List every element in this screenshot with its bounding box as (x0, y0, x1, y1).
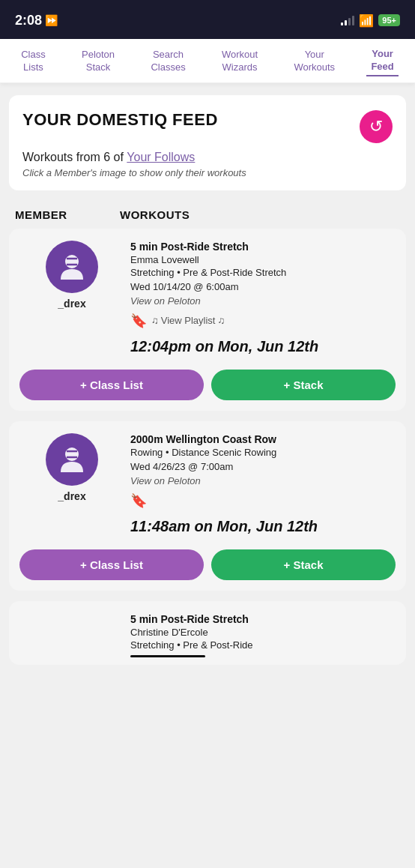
member-name-0: _drex (58, 298, 85, 310)
tab-search-classes[interactable]: Search Classes (146, 47, 190, 76)
svg-point-0 (65, 255, 79, 268)
avatar-icon-1 (53, 441, 91, 478)
workout-card-0: _drex 5 min Post-Ride Stretch Emma Lovew… (9, 229, 406, 411)
member-name-1: _drex (58, 490, 85, 502)
workout-col-1: 2000m Wellington Coast Row Rowing • Dist… (130, 433, 396, 536)
time-display: 2:08 (15, 13, 42, 28)
signal-bar-4 (352, 16, 354, 25)
col-header-member: MEMBER (15, 208, 120, 221)
member-avatar-1[interactable] (46, 433, 98, 486)
workout-date-0: Wed 10/14/20 @ 6:00am (130, 281, 396, 292)
member-col-0: _drex (19, 241, 124, 356)
workout-card-1: _drex 2000m Wellington Coast Row Rowing … (9, 421, 406, 591)
completed-time-1: 11:48am on Mon, Jun 12th (130, 516, 396, 536)
partial-divider (130, 655, 205, 657)
workout-type-1: Rowing • Distance Scenic Rowing (130, 447, 396, 458)
click-hint: Click a Member's image to show only thei… (22, 167, 393, 178)
card-footer-1: + Class List + Stack (9, 543, 406, 591)
tab-peloton-stack[interactable]: Peloton Stack (77, 47, 119, 76)
add-class-list-button-1[interactable]: + Class List (19, 549, 204, 580)
tab-class-lists[interactable]: Class Lists (16, 47, 50, 76)
tab-your-workouts[interactable]: Your Workouts (289, 47, 339, 76)
col-header-workouts: WORKOUTS (120, 208, 400, 221)
workout-type-2: Stretching • Pre & Post-Ride (130, 639, 396, 651)
refresh-icon: ↺ (369, 117, 383, 136)
music-note-right-icon: ♫ (217, 315, 225, 326)
music-note-left-icon: ♫ (151, 315, 159, 326)
member-col-2 (19, 613, 124, 657)
svg-point-3 (65, 447, 79, 461)
playlist-link-0[interactable]: ♫ View Playlist ♫ (151, 315, 225, 326)
signal-bar-3 (348, 18, 351, 25)
workout-date-1: Wed 4/26/23 @ 7:00am (130, 461, 396, 472)
workout-col-0: 5 min Post-Ride Stretch Emma Lovewell St… (130, 241, 396, 356)
follows-prefix: Workouts from 6 of (22, 151, 127, 163)
signal-bars (341, 15, 354, 25)
location-icon: ⏩ (45, 14, 58, 26)
workout-col-2: 5 min Post-Ride Stretch Christine D'Erco… (130, 613, 396, 657)
workout-instructor-2: Christine D'Ercole (130, 627, 396, 638)
follows-link[interactable]: Your Follows (127, 151, 195, 163)
nav-tabs: Class Lists Peloton Stack Search Classes… (0, 39, 415, 83)
workout-instructor-0: Emma Lovewell (130, 254, 396, 265)
workout-card-2-partial: 5 min Post-Ride Stretch Christine D'Erco… (9, 601, 406, 665)
wifi-icon: 📶 (359, 13, 374, 28)
workout-title-2: 5 min Post-Ride Stretch (130, 613, 396, 625)
page-header: YOUR DOMESTIQ FEED ↺ Workouts from 6 of … (9, 95, 406, 190)
signal-bar-1 (341, 22, 343, 25)
tab-workout-wizards[interactable]: Workout Wizards (217, 47, 262, 76)
table-headers: MEMBER WORKOUTS (9, 201, 406, 226)
page-title: YOUR DOMESTIQ FEED (22, 110, 218, 130)
member-col-1: _drex (19, 433, 124, 536)
add-stack-button-1[interactable]: + Stack (211, 549, 396, 580)
card-footer-0: + Class List + Stack (9, 364, 406, 411)
workout-title-0: 5 min Post-Ride Stretch (130, 241, 396, 253)
status-bar: 2:08 ⏩ 📶 95+ (0, 0, 415, 39)
main-content: YOUR DOMESTIQ FEED ↺ Workouts from 6 of … (0, 83, 415, 690)
avatar-icon-0 (53, 248, 91, 286)
add-class-list-button-0[interactable]: + Class List (19, 370, 204, 400)
view-peloton-0[interactable]: View on Peloton (130, 295, 396, 307)
member-avatar-0[interactable] (46, 241, 98, 293)
workout-type-0: Stretching • Pre & Post-Ride Stretch (130, 267, 396, 278)
playlist-row-0: 🔖 ♫ View Playlist ♫ (130, 313, 396, 329)
add-stack-button-0[interactable]: + Stack (211, 370, 396, 400)
completed-time-0: 12:04pm on Mon, Jun 12th (130, 337, 396, 356)
tab-your-feed[interactable]: Your Feed (366, 46, 398, 76)
follows-line: Workouts from 6 of Your Follows (22, 151, 393, 164)
workout-title-1: 2000m Wellington Coast Row (130, 433, 396, 445)
status-time: 2:08 ⏩ (15, 13, 58, 28)
battery-indicator: 95+ (378, 14, 400, 26)
refresh-button[interactable]: ↺ (360, 110, 393, 143)
signal-bar-2 (345, 20, 347, 25)
playlist-label-0: View Playlist (161, 315, 216, 326)
bookmark-icon-1: 🔖 (130, 492, 147, 509)
bookmark-icon-0: 🔖 (130, 313, 147, 329)
playlist-row-1: 🔖 (130, 492, 396, 509)
view-peloton-1[interactable]: View on Peloton (130, 475, 396, 486)
status-icons: 📶 95+ (341, 13, 400, 28)
